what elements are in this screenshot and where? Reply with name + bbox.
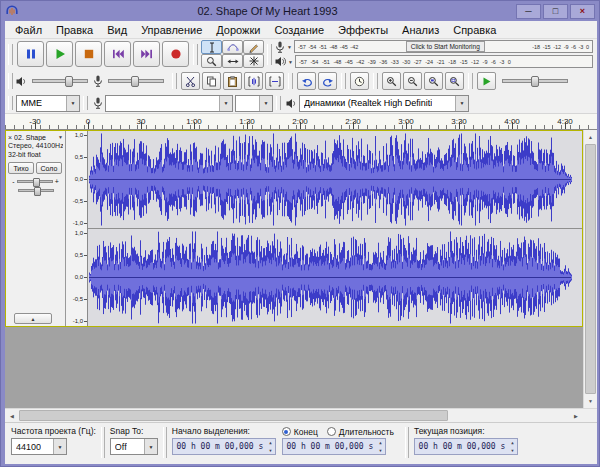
redo-button[interactable]: [318, 72, 337, 90]
menu-effects[interactable]: Эффекты: [331, 23, 395, 37]
paste-button[interactable]: [223, 72, 242, 90]
combo-dropdown-icon[interactable]: ▼: [219, 96, 232, 111]
spin-down-icon[interactable]: ▼: [379, 448, 381, 453]
combo-dropdown-icon[interactable]: ▼: [53, 439, 66, 454]
scroll-right-icon[interactable]: ▶: [569, 409, 583, 422]
gain-slider[interactable]: [17, 180, 53, 183]
audio-host-combo[interactable]: MME ▼: [16, 95, 80, 112]
cut-button[interactable]: [181, 72, 200, 90]
slider-thumb[interactable]: [34, 187, 41, 196]
solo-button[interactable]: Соло: [36, 162, 62, 174]
multi-tool-button[interactable]: [243, 54, 264, 68]
recording-channels-combo[interactable]: ▼: [235, 95, 273, 112]
recording-volume-slider[interactable]: [108, 79, 164, 83]
play-at-speed-button[interactable]: [477, 72, 496, 90]
horizontal-scroll-track[interactable]: [19, 409, 569, 422]
spin-down-icon[interactable]: ▼: [269, 448, 271, 453]
menu-analyze[interactable]: Анализ: [395, 23, 446, 37]
toolbar-grip[interactable]: [8, 73, 13, 90]
fit-selection-button[interactable]: [424, 72, 443, 90]
horizontal-scrollbar[interactable]: ◀ ▶: [5, 408, 597, 422]
track-area[interactable]: × 02. Shape ▼ Стерео, 44100Hz 32-bit flo…: [5, 130, 597, 408]
pan-slider[interactable]: [18, 189, 54, 192]
minimize-button[interactable]: ─: [516, 4, 541, 19]
time-shift-tool-button[interactable]: [222, 54, 243, 68]
combo-dropdown-icon[interactable]: ▼: [144, 439, 157, 454]
slider-thumb[interactable]: [131, 76, 139, 87]
snap-to-combo[interactable]: Off ▼: [110, 438, 158, 455]
title-bar[interactable]: 02. Shape Of My Heart 1993 ─ □ ×: [1, 1, 599, 21]
combo-dropdown-icon[interactable]: ▼: [66, 96, 79, 111]
scroll-up-icon[interactable]: ▲: [584, 130, 597, 144]
mute-button[interactable]: Тихо: [8, 162, 34, 174]
close-button[interactable]: ×: [570, 4, 595, 19]
menu-edit[interactable]: Правка: [49, 23, 100, 37]
vertical-ruler[interactable]: 1,0 0,5 0,0 -0,5 -1,0 1,0 0,5 0,0 -0,5 -…: [66, 131, 88, 326]
track-control-panel[interactable]: × 02. Shape ▼ Стерео, 44100Hz 32-bit flo…: [6, 131, 66, 326]
slider-thumb[interactable]: [65, 76, 73, 87]
spin-up-icon[interactable]: ▲: [269, 440, 271, 445]
length-radio[interactable]: [327, 427, 336, 436]
toolbar-grip[interactable]: [8, 96, 13, 110]
trim-audio-button[interactable]: [244, 72, 263, 90]
copy-button[interactable]: [202, 72, 221, 90]
silence-audio-button[interactable]: [265, 72, 284, 90]
record-button[interactable]: [162, 41, 189, 67]
menu-file[interactable]: Файл: [8, 23, 49, 37]
waveform-channel-right[interactable]: [88, 229, 582, 326]
toolbar-grip[interactable]: [8, 44, 13, 65]
toolbar-grip[interactable]: [276, 96, 281, 110]
maximize-button[interactable]: □: [543, 4, 568, 19]
menu-view[interactable]: Вид: [100, 23, 134, 37]
undo-button[interactable]: [297, 72, 316, 90]
menu-transport[interactable]: Управление: [134, 23, 209, 37]
end-radio[interactable]: [282, 427, 291, 436]
vertical-scrollbar[interactable]: ▲ ▼: [583, 130, 597, 408]
toolbar-grip[interactable]: [341, 73, 346, 90]
playback-meter-scale[interactable]: -57 -54 -51 -48 -45 -42 -39 -36 -33 -30 …: [295, 55, 593, 68]
selection-tool-button[interactable]: [201, 40, 222, 54]
slider-thumb[interactable]: [531, 76, 539, 87]
pause-button[interactable]: [17, 41, 44, 67]
toolbar-grip[interactable]: [468, 73, 473, 90]
playback-volume-slider[interactable]: [32, 79, 88, 83]
toolbar-grip[interactable]: [288, 73, 293, 90]
vertical-scroll-thumb[interactable]: [585, 144, 596, 394]
recording-meter-scale[interactable]: -57 -54 -51 -48 -45 -42 Click to Start M…: [294, 40, 593, 53]
spin-down-icon[interactable]: ▼: [511, 448, 513, 453]
toolbar-grip[interactable]: [193, 44, 198, 65]
envelope-tool-button[interactable]: [222, 40, 243, 54]
track-collapse-button[interactable]: ▲: [14, 313, 52, 324]
recording-device-combo[interactable]: ▼: [105, 95, 233, 112]
toolbar-grip[interactable]: [83, 96, 88, 110]
project-rate-combo[interactable]: 44100 ▼: [11, 438, 67, 455]
toolbar-grip[interactable]: [373, 73, 378, 90]
draw-tool-button[interactable]: [243, 40, 264, 54]
meter-dropdown-icon[interactable]: ▼: [288, 59, 293, 65]
end-radio-label[interactable]: Конец: [294, 427, 318, 437]
waveform-display[interactable]: [88, 131, 582, 326]
play-speed-slider[interactable]: [502, 79, 568, 83]
selection-end-time[interactable]: 00 h 00 m 00,000 s ▲▼: [282, 438, 386, 455]
spin-up-icon[interactable]: ▲: [511, 440, 513, 445]
skip-to-end-button[interactable]: [133, 41, 160, 67]
scroll-down-icon[interactable]: ▼: [584, 394, 597, 408]
horizontal-scroll-thumb[interactable]: [19, 410, 448, 421]
toolbar-grip[interactable]: [172, 73, 177, 90]
zoom-in-button[interactable]: [382, 72, 401, 90]
meter-dropdown-icon[interactable]: ▼: [287, 44, 292, 50]
menu-help[interactable]: Справка: [446, 23, 503, 37]
toolbar-grip[interactable]: [267, 44, 272, 65]
track-menu-dropdown-icon[interactable]: ▼: [58, 134, 63, 140]
combo-dropdown-icon[interactable]: ▼: [259, 96, 272, 111]
stop-button[interactable]: [75, 41, 102, 67]
menu-tracks[interactable]: Дорожки: [209, 23, 267, 37]
zoom-tool-button[interactable]: [201, 54, 222, 68]
combo-dropdown-icon[interactable]: ▼: [455, 96, 468, 111]
track-name[interactable]: 02. Shape: [14, 134, 56, 141]
play-button[interactable]: [46, 41, 73, 67]
menu-generate[interactable]: Создание: [267, 23, 331, 37]
timeline-ruler[interactable]: -30 0 30 1:00 1:30 2:00 2:30 3:00 3:30 4…: [5, 114, 597, 130]
sync-lock-tracks-button[interactable]: [350, 72, 369, 90]
spin-up-icon[interactable]: ▲: [379, 440, 381, 445]
